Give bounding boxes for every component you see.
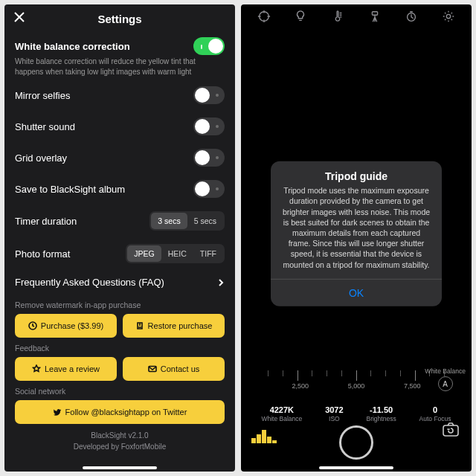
restore-button[interactable]: Restore purchase	[123, 314, 225, 338]
svg-point-5	[446, 14, 450, 18]
ruler-label-1: 5,000	[348, 382, 365, 390]
camera-screen: Tripod guide Tripod mode uses the maximu…	[241, 4, 472, 472]
cart-icon	[28, 321, 37, 330]
wb-desc: White balance correction will reduce the…	[15, 57, 225, 77]
wb-side[interactable]: White Balance A	[425, 367, 466, 391]
ruler-label-0: 2,500	[292, 382, 309, 390]
histogram-icon[interactable]	[251, 427, 277, 443]
iap-header: Remove watermark in-app purchase	[15, 300, 225, 309]
row-shutter: Shutter sound	[15, 111, 225, 142]
restore-label: Restore purchase	[148, 321, 213, 330]
format-opt-0[interactable]: JPEG	[127, 245, 161, 262]
stat-bright-v: -11.50	[366, 405, 396, 414]
switch-camera-button[interactable]	[440, 419, 461, 443]
camera-stats: 4227KWhite Balance 3072ISO -11.50Brightn…	[241, 405, 472, 422]
modal-ok-button[interactable]: OK	[271, 280, 442, 306]
row-mirror: Mirror selfies	[15, 80, 225, 111]
shutter-toggle[interactable]	[193, 118, 225, 135]
review-button[interactable]: Leave a review	[15, 357, 117, 381]
stat-af-v: 0	[419, 405, 451, 414]
follow-button[interactable]: Follow @blacksightapp on Twitter	[15, 400, 225, 424]
wb-label: White balance correction	[15, 41, 130, 52]
format-opt-1[interactable]: HEIC	[161, 245, 193, 262]
purchase-button[interactable]: Purchase ($3.99)	[15, 314, 117, 338]
modal-title: Tripod guide	[271, 161, 442, 185]
home-indicator[interactable]	[319, 466, 393, 469]
restore-icon	[135, 321, 144, 330]
tripod-icon[interactable]	[368, 10, 382, 26]
camera-viewport: Tripod guide Tripod mode uses the maximu…	[241, 31, 472, 472]
stat-iso-v: 3072	[325, 405, 343, 414]
tripod-modal: Tripod guide Tripod mode uses the maximu…	[271, 161, 442, 306]
row-grid: Grid overlay	[15, 142, 225, 173]
temperature-icon[interactable]	[331, 10, 344, 26]
row-timer: Timer duration 3 secs 5 secs	[15, 205, 225, 237]
camera-topbar	[241, 4, 472, 31]
modal-body: Tripod mode uses the maximum exposure du…	[271, 185, 442, 278]
shutter-label: Shutter sound	[15, 121, 75, 132]
stat-wb-v: 4227K	[261, 405, 302, 414]
bulb-icon[interactable]	[294, 10, 307, 26]
wb-side-label: White Balance	[425, 367, 466, 375]
chevron-right-icon	[217, 279, 225, 286]
wb-toggle[interactable]	[193, 37, 225, 55]
close-icon[interactable]	[13, 11, 25, 26]
mail-icon	[148, 364, 157, 373]
timer-label: Timer duration	[15, 216, 77, 227]
format-segmented[interactable]: JPEG HEIC TIFF	[126, 244, 225, 263]
social-header: Social network	[15, 387, 225, 396]
shutter-button[interactable]	[339, 425, 373, 460]
row-faq[interactable]: Frequently Asked Questions (FAQ)	[15, 270, 225, 295]
faq-label: Frequently Asked Questions (FAQ)	[15, 277, 164, 288]
format-label: Photo format	[15, 248, 70, 260]
camera-bottom-bar	[241, 424, 472, 461]
save-toggle[interactable]	[193, 180, 225, 198]
timer-segmented[interactable]: 3 secs 5 secs	[149, 211, 225, 231]
feedback-header: Feedback	[15, 344, 225, 353]
ruler-label-2: 7,500	[404, 382, 421, 390]
follow-label: Follow @blacksightapp on Twitter	[65, 408, 187, 416]
settings-icon[interactable]	[442, 10, 455, 26]
stat-bright-k: Brightness	[366, 415, 396, 422]
grid-toggle[interactable]	[193, 149, 225, 167]
review-label: Leave a review	[45, 364, 100, 373]
format-opt-2[interactable]: TIFF	[193, 245, 223, 262]
mirror-label: Mirror selfies	[15, 90, 70, 101]
svg-point-2	[260, 12, 269, 22]
contact-button[interactable]: Contact us	[123, 357, 225, 381]
save-label: Save to BlackSight album	[15, 184, 125, 195]
home-indicator[interactable]	[83, 466, 157, 469]
stat-wb-k: White Balance	[261, 415, 302, 422]
row-white-balance: White balance correction	[15, 33, 225, 60]
settings-title: Settings	[25, 13, 214, 25]
purchase-label: Purchase ($3.99)	[41, 321, 103, 330]
stat-iso-k: ISO	[325, 415, 343, 422]
timer-opt-0[interactable]: 3 secs	[151, 213, 187, 229]
row-save: Save to BlackSight album	[15, 173, 225, 205]
focus-icon[interactable]	[257, 10, 271, 26]
svg-rect-6	[443, 425, 458, 436]
dev-text: Developed by FoxfortMobile	[15, 441, 225, 452]
timer-opt-1[interactable]: 5 secs	[187, 213, 223, 229]
contact-label: Contact us	[161, 364, 200, 373]
settings-header: Settings	[4, 4, 235, 33]
star-icon	[32, 364, 41, 373]
mirror-toggle[interactable]	[193, 86, 225, 104]
svg-rect-3	[372, 12, 377, 16]
wb-auto-badge: A	[438, 376, 453, 391]
row-format: Photo format JPEG HEIC TIFF	[15, 237, 225, 270]
twitter-icon	[53, 408, 62, 416]
version-text: BlackSight v2.1.0	[15, 430, 225, 441]
settings-screen: Settings White balance correction White …	[4, 4, 235, 472]
timer-icon[interactable]	[405, 10, 418, 26]
grid-label: Grid overlay	[15, 152, 67, 164]
